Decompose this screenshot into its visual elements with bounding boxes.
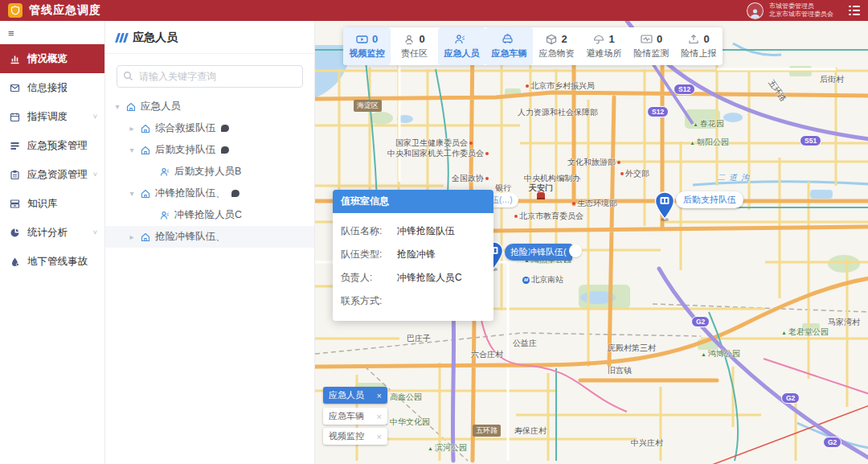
sidebar-item-label: 知识库 xyxy=(27,197,58,211)
close-icon[interactable]: × xyxy=(377,412,382,421)
toolbar-item-personnel[interactable]: 应急人员 xyxy=(438,27,485,65)
tree-icon: ▲ xyxy=(693,121,698,127)
search-input[interactable] xyxy=(117,65,303,88)
menu-list-icon[interactable] xyxy=(849,6,860,16)
personnel-tree: ▾ 应急人员 ▸ 综合救援队伍 ▾ 后勤支持队伍 后勤支持人员B xyxy=(105,96,314,248)
user-info: 市城管委管理员 北京市城市管理委员会 xyxy=(769,2,833,19)
group-home-icon xyxy=(141,146,150,155)
sidebar-item-overview[interactable]: 情况概览 xyxy=(0,44,104,73)
poi-dot-icon xyxy=(469,142,473,145)
hazard-report-upload-icon xyxy=(688,34,699,45)
map-label-village: 后街村 xyxy=(820,74,844,85)
caret-icon[interactable]: ▸ xyxy=(128,124,136,133)
layer-tag-personnel[interactable]: 应急人员× xyxy=(323,387,387,404)
caret-icon[interactable]: ▾ xyxy=(128,189,136,198)
chevron-down-icon: ˅ xyxy=(93,170,97,179)
sidebar-item-stats[interactable]: 统计分析 ˅ xyxy=(0,218,104,247)
popup-row: 队伍名称:冲锋抢险队伍 xyxy=(341,220,485,243)
sidebar-item-resource-mgmt[interactable]: 应急资源管理 ˅ xyxy=(0,160,104,189)
tiananmen-gate-icon xyxy=(537,192,545,199)
road-shield: S51 xyxy=(800,135,821,146)
resource-clipboard-icon xyxy=(10,170,20,180)
caret-icon[interactable]: ▾ xyxy=(113,102,121,111)
stats-pie-icon xyxy=(10,228,20,238)
map-label-poi: 外交部 xyxy=(620,168,649,179)
toolbar-item-vehicle[interactable]: 应急车辆 xyxy=(485,27,533,65)
tree-node-team[interactable]: ▸ 综合救援队伍 xyxy=(105,117,314,139)
map-label-road: 五环路 xyxy=(473,425,501,437)
metro-icon: M xyxy=(522,277,530,284)
tree-node-label: 冲锋抢险人员C xyxy=(174,208,242,222)
sidebar-collapse-icon[interactable]: ≡ xyxy=(0,21,104,44)
search-icon xyxy=(123,71,133,81)
map-resource-toolbar: 0 视频监控 0 责任区 应急人员 应急车辆 2 应急物资 1 避难场所 xyxy=(343,27,723,65)
supplies-box-icon xyxy=(546,34,557,45)
sidebar-item-label: 应急预案管理 xyxy=(27,139,88,153)
toolbar-item-supplies[interactable]: 2 应急物资 xyxy=(533,27,580,65)
close-icon[interactable]: × xyxy=(377,432,382,441)
tree-node-label: 后勤支持人员B xyxy=(174,165,241,179)
toolbar-item-hazard-monitor[interactable]: 0 险情监测 xyxy=(628,27,675,65)
tree-node-team-selected[interactable]: ▸ 抢险冲锋队伍、 xyxy=(105,226,314,248)
user-name: 市城管委管理员 xyxy=(769,2,833,10)
map-label-poi: 北京市教育委员会 xyxy=(514,211,583,222)
map-pin-label-assault[interactable]: 抢险冲锋队伍( xyxy=(505,244,572,261)
layer-tag-vehicle[interactable]: 应急车辆× xyxy=(323,408,387,425)
map-pin-label-logistics[interactable]: 后勤支持队伍 xyxy=(676,191,743,208)
sidebar-item-knowledge-base[interactable]: 知识库 xyxy=(0,189,104,218)
map-label-village: 庑殿村第三村 xyxy=(608,343,656,354)
tree-icon: ▲ xyxy=(428,446,433,451)
tree-node-root[interactable]: ▾ 应急人员 xyxy=(105,96,314,117)
tree-node-team[interactable]: ▾ 冲锋抢险队伍、 xyxy=(105,183,314,204)
group-home-icon xyxy=(126,102,136,112)
map-label-water: 二道沟 xyxy=(717,172,753,183)
map-label-station: M北京南站 xyxy=(522,274,563,285)
toolbar-item-shelter[interactable]: 1 避难场所 xyxy=(580,27,628,65)
sidebar-item-info-report[interactable]: 信息接报 xyxy=(0,73,104,102)
plan-list-icon xyxy=(10,141,20,151)
close-icon[interactable]: × xyxy=(377,391,382,400)
map-label-village: 巴庄子 xyxy=(407,333,431,344)
map-container[interactable]: 海淀区 北京市乡村振兴局 人力资源和社会保障部 国家卫生健康委员会 中央和国家机… xyxy=(315,21,868,464)
toolbar-item-hazard-report[interactable]: 0 险情上报 xyxy=(675,27,723,65)
pipeline-accident-icon xyxy=(10,257,20,267)
road-shield: G2 xyxy=(691,316,710,327)
map-label-poi: 生态环境部 xyxy=(572,198,617,209)
poi-dot-icon xyxy=(485,177,489,180)
team-badge-icon xyxy=(221,146,229,154)
map-label-park: ▲春花园 xyxy=(693,118,724,129)
overview-chart-icon xyxy=(10,54,20,64)
sidebar-item-label: 情况概览 xyxy=(27,52,68,66)
sidebar: ≡ 情况概览 信息接报 指挥调度 ˅ 应急预案管理 应急资源管理 ˅ 知识库 xyxy=(0,21,105,464)
sidebar-item-dispatch[interactable]: 指挥调度 ˅ xyxy=(0,102,104,131)
person-icon xyxy=(160,167,170,177)
caret-icon[interactable]: ▸ xyxy=(128,232,136,241)
toolbar-item-video[interactable]: 0 视频监控 xyxy=(343,27,391,65)
map-label-town: 旧宫镇 xyxy=(608,365,632,376)
map-label-poi: 文化和旅游部 xyxy=(567,157,620,168)
road-shield: S12 xyxy=(674,84,695,95)
app-title: 管线应急调度 xyxy=(29,3,101,18)
popup-title: 值班室信息 xyxy=(333,190,493,213)
personnel-icon xyxy=(454,34,465,45)
tree-node-person[interactable]: 冲锋抢险人员C xyxy=(105,204,314,226)
tree-node-team[interactable]: ▾ 后勤支持队伍 xyxy=(105,139,314,161)
map-pin-logistics-team[interactable] xyxy=(654,191,675,225)
toolbar-item-duty-area[interactable]: 0 责任区 xyxy=(391,27,438,65)
map-label-park: ▲老君堂公园 xyxy=(781,326,829,338)
personnel-panel: 应急人员 ▾ 应急人员 ▸ 综合救援队伍 ▾ 后勤支持队伍 xyxy=(105,21,315,464)
caret-icon[interactable]: ▾ xyxy=(128,146,136,154)
layer-tag-video[interactable]: 视频监控× xyxy=(323,428,387,445)
map-label-village: 六合庄村 xyxy=(471,349,503,360)
sidebar-item-label: 指挥调度 xyxy=(27,110,68,124)
tree-node-person[interactable]: 后勤支持人员B xyxy=(105,161,314,183)
map-label-park: ▲鸿博公园 xyxy=(701,348,740,359)
knowledge-base-icon xyxy=(10,199,20,209)
sidebar-item-plan-mgmt[interactable]: 应急预案管理 xyxy=(0,131,104,160)
user-avatar[interactable] xyxy=(747,2,764,19)
tree-icon: ▲ xyxy=(701,351,706,357)
map-label-poi: 全国政协 xyxy=(452,173,489,184)
tree-node-label: 后勤支持队伍 xyxy=(155,143,215,157)
sidebar-item-pipeline-accident[interactable]: 地下管线事故 xyxy=(0,247,104,276)
team-badge-icon xyxy=(221,125,229,132)
